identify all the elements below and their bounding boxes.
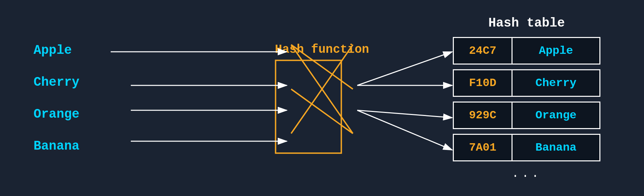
hash-key-0: 24C7 (454, 38, 513, 64)
arrow-to-banana (357, 110, 452, 150)
hash-row-2: 929C Orange (453, 102, 600, 129)
input-item-cherry: Cherry (34, 75, 79, 89)
hash-row-3: 7A01 Banana (453, 134, 600, 161)
input-item-orange: Orange (34, 107, 79, 121)
input-items-list: Apple Cherry Orange Banana (34, 43, 79, 153)
input-item-apple: Apple (34, 43, 79, 57)
hash-key-2: 929C (454, 103, 513, 128)
hash-table-label: Hash table (453, 16, 600, 30)
hash-key-1: F10D (454, 70, 513, 96)
hash-key-3: 7A01 (454, 135, 513, 160)
hash-value-1: Cherry (513, 70, 599, 96)
arrow-to-apple (357, 52, 452, 85)
hash-function-box (275, 60, 342, 154)
hash-value-0: Apple (513, 38, 599, 64)
diagram-container: Apple Cherry Orange Banana Hash function… (0, 0, 644, 196)
hash-row-0: 24C7 Apple (453, 37, 600, 65)
input-item-banana: Banana (34, 139, 79, 153)
hash-value-3: Banana (513, 135, 599, 160)
hash-value-2: Orange (513, 103, 599, 128)
hash-row-1: F10D Cherry (453, 69, 600, 97)
ellipsis: ... (453, 167, 600, 181)
hash-function-container: Hash function (275, 42, 369, 154)
hash-table-container: Hash table 24C7 Apple F10D Cherry 929C O… (453, 16, 600, 181)
arrow-to-orange (357, 110, 452, 118)
hash-table-rows: 24C7 Apple F10D Cherry 929C Orange 7A01 … (453, 37, 600, 161)
hash-function-label: Hash function (275, 42, 369, 56)
